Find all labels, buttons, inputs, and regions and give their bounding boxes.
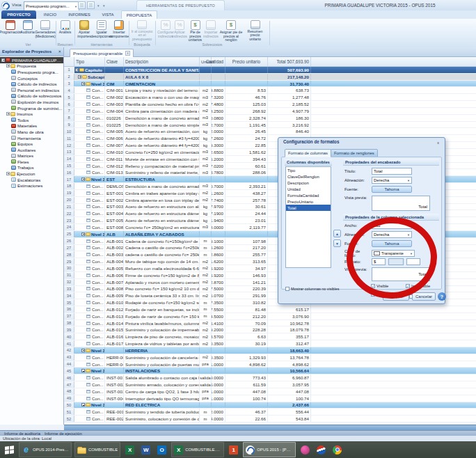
taskbar-item-chrome[interactable] bbox=[331, 442, 344, 457]
ribbon-button-pie-de-precios-unitarios[interactable]: $Pie de precios unitarios bbox=[187, 19, 204, 41]
ribbon-button-igualar-descripciones[interactable]: Igualar descripciones bbox=[93, 19, 111, 41]
contextual-tab-header[interactable]: HERRAMIENTAS DE PRESUPUESTO bbox=[136, 0, 225, 10]
expander-icon[interactable] bbox=[81, 349, 85, 352]
cancelar-button[interactable]: Cancelar bbox=[412, 292, 436, 301]
sidebar-item-auxiliares[interactable]: Auxiliares bbox=[0, 147, 63, 153]
qat-window-button[interactable] bbox=[78, 1, 86, 9]
col-header-descripcion[interactable]: Descripción bbox=[124, 57, 200, 66]
formato-prefix-input[interactable]: $ bbox=[372, 258, 386, 265]
ribbon-tab-inicio[interactable]: INICIO bbox=[38, 10, 63, 19]
table-row[interactable]: 7Con...CIM-004Cimbra para cimentación co… bbox=[64, 108, 476, 115]
sidebar-item-propuesta[interactable]: Propuesta bbox=[0, 63, 63, 70]
table-row[interactable]: 42Nivel 3HERRERIA18,663.40 bbox=[64, 347, 476, 354]
imprimible-check-row[interactable]: ✓ Imprimible bbox=[406, 284, 430, 288]
expander-icon[interactable] bbox=[81, 232, 85, 236]
ribbon-tab-informes[interactable]: INFORMES bbox=[64, 10, 95, 19]
sidebar-item-mano-de-obra[interactable]: Mano de obra bbox=[0, 129, 63, 135]
ribbon-button-programaci-n[interactable]: Programación bbox=[1, 19, 19, 41]
help-button[interactable]: ? bbox=[438, 292, 446, 301]
alineacion2-select[interactable]: Derecha ▼ bbox=[372, 231, 412, 238]
view-selector[interactable]: Presupuesto program... ▼ bbox=[24, 1, 79, 11]
taskbar-item-opus[interactable]: OPUS 2015 - [PRI... bbox=[243, 442, 296, 457]
qat-more-icon[interactable]: ▾ ▾ bbox=[97, 3, 106, 8]
table-row[interactable]: 52Con...REE-002Suministro, colocacion y … bbox=[64, 416, 476, 423]
expander-icon[interactable] bbox=[6, 172, 10, 175]
aceptar-button[interactable]: Aceptar bbox=[383, 292, 409, 301]
table-row[interactable]: 45Nivel 3INSTALACIONES10,566.64 bbox=[64, 368, 476, 374]
column-list-item-total[interactable]: Total bbox=[286, 205, 331, 211]
checkbox-checked-icon[interactable]: ✓ bbox=[406, 284, 410, 288]
checkbox-checked-icon[interactable]: ✓ bbox=[371, 284, 375, 288]
table-row[interactable]: 5Con...CIM-002Excavación a mano o con us… bbox=[64, 94, 476, 101]
ribbon-button-insertar-componente[interactable]: Insertar componente bbox=[111, 19, 128, 41]
report-tab-informe-de-ejecuci-n[interactable]: Informe de ejecución bbox=[45, 432, 82, 436]
table-row[interactable]: 50Nivel 3RED ELECTRICA2,437.66 bbox=[64, 402, 476, 409]
col-header-cantidad[interactable]: Cantidad bbox=[212, 57, 225, 66]
table-row[interactable]: 9Con...010225Demolición a mano de concre… bbox=[64, 122, 476, 129]
sidebar-item-explosión-de-insumos[interactable]: Explosión de insumos bbox=[0, 99, 63, 105]
taskbar-item-office[interactable]: 1 bbox=[227, 442, 240, 457]
table-row[interactable]: 2SubcapítuloAULA 6 X 8217,148.20 bbox=[64, 74, 476, 81]
ribbon-button-asignar-pie-de-precios-al-rengl-n[interactable]: $Asignar pie de precios al renglón bbox=[218, 19, 244, 41]
fuente2-button[interactable]: Tahoma bbox=[372, 240, 412, 247]
table-row[interactable]: 1CapítuloCONSTRUCCION DE AULA Y SANITARI… bbox=[64, 67, 476, 74]
ribbon-button-resumen-precio-unitario[interactable]: Resumen precio unitario bbox=[244, 19, 266, 41]
ribbon-button-auditor-a[interactable]: Auditoría bbox=[19, 19, 35, 41]
sidebar-item-presupuesto-progra[interactable]: Presupuesto progra... bbox=[0, 69, 63, 75]
sidebar-item-todos[interactable]: Todos bbox=[0, 117, 63, 123]
expander-icon[interactable] bbox=[6, 112, 10, 116]
expander-icon[interactable] bbox=[1, 58, 5, 62]
col-header-total[interactable]: Total 507,693.90 bbox=[268, 57, 311, 66]
sidebar-item-programa-de-suminist[interactable]: Programa de suminist... bbox=[0, 105, 63, 111]
sidebar-item-escalatorias[interactable]: Escalatorias bbox=[0, 177, 63, 183]
taskbar-item-sphere[interactable] bbox=[299, 442, 312, 457]
table-row[interactable]: 38Con...ALB-014Pintura vinílica lavable/… bbox=[64, 320, 476, 327]
titulo-input[interactable]: Total bbox=[372, 168, 412, 175]
taskbar-item-excel[interactable]: X bbox=[123, 442, 136, 457]
sidebar-item-trabajos[interactable]: Trabajos bbox=[0, 165, 63, 171]
column-list-item-formulacantidad[interactable]: FormulaCantidad bbox=[286, 192, 331, 198]
show-hidden-check-row[interactable]: Mostrar columnas no visibles bbox=[285, 287, 340, 291]
checkbox-icon[interactable] bbox=[371, 292, 375, 297]
table-row[interactable]: 40Con...ALB-016Limpieza de piso de concr… bbox=[64, 333, 476, 340]
expander-icon[interactable] bbox=[81, 177, 85, 181]
col-header-tipo[interactable]: Tipo bbox=[74, 57, 105, 66]
sidebar-item-materiales[interactable]: Materiales bbox=[0, 123, 63, 129]
table-row[interactable]: 43Con...HERR-003Suministro y colocación … bbox=[64, 354, 476, 361]
ancho-input[interactable]: 132 bbox=[372, 222, 412, 229]
taskbar-item-start[interactable] bbox=[3, 442, 16, 457]
expander-icon[interactable] bbox=[81, 82, 85, 86]
table-row[interactable]: 6Con...CIM-003Plantilla de concreto hech… bbox=[64, 101, 476, 108]
taskbar-item-excel[interactable]: XCOMBUSTIBLE.xls... bbox=[171, 442, 224, 457]
table-row[interactable]: 49Con...INST-004Interruptor derivado tip… bbox=[64, 395, 476, 402]
ribbon-button-generadores-mediciones[interactable]: Generadores (Mediciones) bbox=[35, 19, 55, 41]
ribbon-tab-vista[interactable]: VISTA bbox=[96, 10, 120, 19]
formato-suffix-input[interactable] bbox=[406, 258, 420, 265]
expander-icon[interactable] bbox=[81, 403, 85, 406]
expander-icon[interactable] bbox=[75, 68, 79, 72]
column-list-item-tipo[interactable]: Tipo bbox=[286, 167, 331, 173]
tab-presupuesto-programable[interactable]: Presupuesto programable x bbox=[70, 49, 134, 57]
sidebar-item-ejecucion[interactable]: Ejecucion bbox=[0, 171, 63, 177]
sidebar-item-primaria-guadalupe[interactable]: PRIMARIA GUADALUPE ... bbox=[0, 57, 63, 63]
column-list-item-preciounitario[interactable]: PrecioUnitario bbox=[286, 198, 331, 205]
table-row[interactable]: 46Con...INST-001Salida alumbrado o conta… bbox=[64, 374, 476, 381]
taskbar-item-outlook[interactable]: O bbox=[155, 442, 168, 457]
sidebar-item-conceptos[interactable]: Conceptos bbox=[0, 75, 63, 81]
expander-icon[interactable] bbox=[78, 75, 81, 79]
table-row[interactable]: 41Con...ALB-017Limpieza de vidrios y tab… bbox=[64, 340, 476, 347]
report-tab-informe-de-auditor-a[interactable]: Informe de auditoría bbox=[4, 432, 40, 436]
sidebar-item-insumos[interactable]: Insumos bbox=[0, 111, 63, 117]
ribbon-tab-proyecto[interactable]: PROYECTO bbox=[1, 10, 36, 19]
move-up-button[interactable]: ▲ bbox=[333, 230, 341, 237]
visible-check-row[interactable]: ✓ Visible bbox=[371, 284, 388, 288]
taskbar-item-pepsi[interactable] bbox=[315, 442, 328, 457]
taskbar-item-folder[interactable]: COMBUSTIBLE bbox=[74, 442, 120, 457]
table-row[interactable]: 10Con...CIM-005Acero de refuerzo en cime… bbox=[64, 128, 476, 135]
move-down-button[interactable]: ▼ bbox=[333, 239, 341, 247]
table-row[interactable]: 48Con...INST-003Centro de carga tipo QO2… bbox=[64, 388, 476, 395]
color-fondo-select[interactable]: Transparente ▼ bbox=[372, 250, 415, 257]
sidebar-item-matrices[interactable]: Matrices bbox=[0, 153, 63, 159]
close-icon[interactable]: ✕ bbox=[58, 49, 61, 54]
alineacion-select[interactable]: Derecha ▼ bbox=[372, 177, 412, 184]
